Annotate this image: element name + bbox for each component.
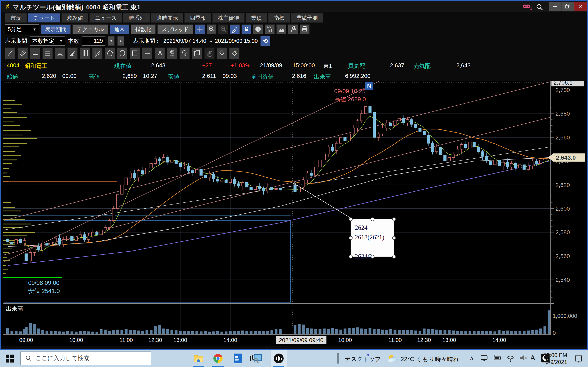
tab-chart[interactable]: チャート (28, 13, 61, 23)
search-icon (26, 355, 32, 361)
duplicate-tool[interactable] (192, 48, 202, 59)
high-label: 高値 (88, 73, 100, 81)
volume-value: 6,992,200 (345, 73, 371, 79)
info-button[interactable]: i (253, 25, 263, 34)
hidden-icons-caret[interactable]: ∧ (470, 355, 474, 361)
bid-label: 買気配 (348, 62, 365, 70)
high-time: 10:27 (143, 73, 157, 79)
yen-button[interactable]: ¥ (242, 25, 251, 34)
pointer-return-tool[interactable] (180, 48, 190, 59)
technical-button[interactable]: テクニカル (72, 25, 108, 34)
file-explorer-icon[interactable] (194, 353, 204, 364)
tab-bar: 市況チャート歩み値ニュース時系列適時開示四季報株主優待業績指標業績予測 (5, 12, 323, 23)
fan-lines-tool[interactable] (67, 48, 78, 59)
svg-text:2624G: 2624G (355, 253, 372, 260)
eraser-tool[interactable] (217, 48, 227, 59)
trend-line-tool[interactable] (5, 48, 15, 59)
zoom-in-button[interactable] (207, 25, 216, 34)
draw-tools-bar: AiconA (5, 48, 240, 60)
two-horizontal-lines-tool[interactable] (30, 48, 40, 59)
price-chart[interactable]: 2,7002,6802,6602,6402,6202,6002,5802,560… (1, 81, 587, 346)
tab-disclosure[interactable]: 適時開示 (151, 13, 183, 23)
screen-capture-icon[interactable] (252, 353, 263, 364)
svg-text:11:00: 11:00 (388, 337, 402, 343)
tab-results-forecast[interactable]: 業績予測 (291, 13, 323, 23)
tab-timeseries[interactable]: 時系列 (123, 13, 150, 23)
count-increment[interactable]: ▲ (117, 36, 124, 46)
battery-icon[interactable] (493, 354, 502, 363)
link-icon[interactable]: 1 (523, 3, 532, 11)
count-input[interactable]: 129 (82, 36, 105, 46)
pentagon-tool[interactable] (105, 48, 115, 59)
range-value: 2021/09/07 14:40 ～ 2021/09/09 15:00 (163, 37, 258, 45)
desktop-toolbar-label[interactable]: デスクトップ (345, 355, 381, 363)
tab-results[interactable]: 業績 (246, 13, 267, 23)
rectangle-tool[interactable] (130, 48, 140, 59)
tab-shikiho[interactable]: 四季報 (184, 13, 211, 23)
display-period-button[interactable]: 表示期間 (41, 25, 71, 34)
quote-date: 21/09/09 (260, 62, 282, 69)
svg-text:14:00: 14:00 (492, 337, 506, 343)
start-button[interactable] (6, 355, 14, 364)
quote-time: 15:00:00 (293, 62, 315, 69)
crosshair-button[interactable] (195, 25, 205, 34)
cast-icon[interactable] (480, 354, 488, 363)
pin-icon (4, 3, 10, 11)
price-change-pct: +1.03% (231, 62, 250, 69)
spread-button[interactable]: スプレッド (157, 25, 193, 34)
title-bar: マルチツール(個別銘柄) 4004 昭和電工 東1 1 ≡ ─ × (1, 1, 587, 12)
horizontal-segment-tool[interactable] (142, 48, 152, 59)
taskbar-clock[interactable]: 10:00 PM 9/9/2021 (535, 352, 567, 366)
three-horizontal-lines-tool[interactable] (43, 48, 53, 59)
text-tool-tool[interactable]: A (155, 48, 165, 59)
weather-text[interactable]: 22°C くもり時々晴れ (401, 355, 459, 363)
indexed-button[interactable]: 指数化 (131, 25, 156, 34)
speed-lines-tool[interactable] (92, 48, 103, 59)
range-label: 表示期間： (133, 37, 160, 45)
svg-text:12:30: 12:30 (417, 337, 431, 343)
vertical-lines-tool[interactable] (80, 48, 90, 59)
tab-tick[interactable]: 歩み値 (61, 13, 89, 23)
svg-text:高値 2689.0: 高値 2689.0 (334, 96, 366, 103)
print-button[interactable] (300, 25, 310, 34)
search-icon[interactable] (536, 3, 543, 12)
chrome-icon[interactable] (213, 353, 223, 364)
weather-icon[interactable] (388, 353, 398, 364)
eraser-all-tool[interactable]: A (229, 48, 240, 59)
ellipse-tool[interactable] (117, 48, 127, 59)
tab-market[interactable]: 市況 (5, 13, 27, 23)
prev-close-label: 前日終値 (251, 73, 274, 81)
my-chart-button[interactable]: MY (265, 25, 275, 34)
minimize-button[interactable]: ─ (549, 2, 561, 11)
tab-shareholder-benefit[interactable]: 株主優待 (212, 13, 245, 23)
wifi-icon[interactable] (506, 354, 515, 363)
fibonacci-arcs-tool[interactable] (55, 48, 65, 59)
tab-indicators[interactable]: 指標 (268, 13, 290, 23)
count-mode-select[interactable]: 本数指定▼ (30, 36, 65, 46)
open-time: 09:00 (62, 73, 77, 79)
clock-time: 10:00 PM (535, 352, 567, 359)
icon-stamp-tool[interactable]: icon (167, 48, 177, 59)
search-placeholder: ここに入力して検索 (35, 354, 89, 362)
settings-wrench-button[interactable] (288, 25, 298, 34)
restore-button[interactable] (562, 2, 574, 11)
area-chart-button[interactable] (277, 25, 286, 34)
tab-news[interactable]: ニュース (89, 13, 122, 23)
trading-app-icon[interactable]: R (274, 353, 284, 364)
svg-text:14:00: 14:00 (223, 337, 237, 343)
reset-range-button[interactable]: ⟲ (260, 36, 270, 46)
taskbar-search-box[interactable]: ここに入力して検索 (20, 351, 151, 365)
speaker-icon[interactable] (519, 354, 527, 363)
timeframe-select[interactable]: 5分足▼ (5, 25, 39, 34)
action-center-icon[interactable] (574, 354, 583, 364)
hand-tool-tool[interactable] (204, 48, 215, 59)
count-decrement[interactable]: ▼ (108, 36, 114, 46)
params-row: 表示期間 本数指定▼ 本数 129 ▼ ▲ 表示期間： 2021/09/07 1… (5, 36, 270, 46)
close-button[interactable]: × (574, 2, 587, 11)
parallel-lines-tool[interactable] (17, 48, 28, 59)
normal-button[interactable]: 通常 (110, 25, 129, 34)
current-price: 2,643 (151, 62, 165, 69)
desktop-expand-chevron[interactable]: » (366, 351, 370, 358)
movie-app-icon[interactable] (233, 353, 243, 364)
draw-pencil-button[interactable] (230, 25, 240, 34)
